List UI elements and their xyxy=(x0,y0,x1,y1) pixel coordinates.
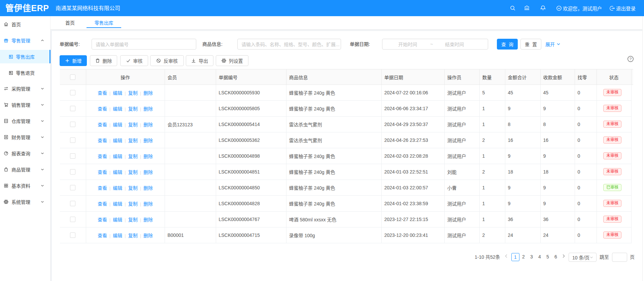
svg-text:?: ? xyxy=(630,57,632,61)
